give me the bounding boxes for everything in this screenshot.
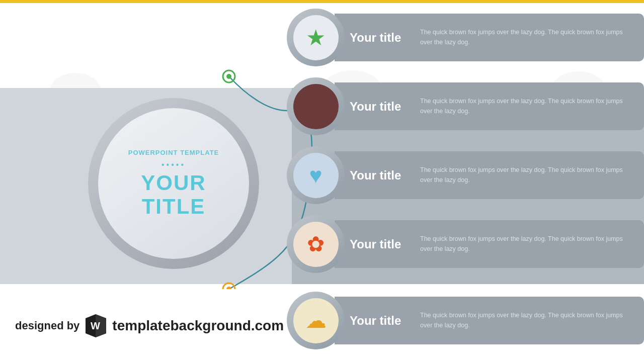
item-1-icon-shadow: ★	[287, 9, 345, 66]
item-2-icon-face	[293, 84, 339, 129]
main-circle-dots: •••••	[162, 160, 186, 169]
item-3-title: Your title	[350, 168, 413, 183]
slide: POWERPOINT TEMPLATE ••••• YOURTITLE	[0, 0, 644, 362]
footer-text: designed by W templatebackground.com	[15, 313, 284, 338]
item-5-icon-shadow: ☁	[287, 292, 345, 349]
item-1-title: Your title	[350, 31, 413, 45]
item-row-5: ☁ Your title The quick brown fox jumps o…	[287, 286, 644, 355]
item-4-title: Your title	[350, 237, 413, 251]
main-circle-outer: POWERPOINT TEMPLATE ••••• YOURTITLE	[88, 98, 259, 269]
designed-by-label: designed by	[15, 319, 79, 332]
item-2-desc: The quick brown fox jumps over the lazy …	[420, 97, 636, 116]
item-4-desc: The quick brown fox jumps over the lazy …	[420, 234, 636, 254]
item-1-icon-face: ★	[293, 15, 339, 60]
item-2-icon-shadow	[287, 77, 345, 135]
main-circle-inner: POWERPOINT TEMPLATE ••••• YOURTITLE	[98, 108, 249, 259]
item-row-4: ✿ Your title The quick brown fox jumps o…	[287, 210, 644, 279]
office-icon: W	[85, 313, 107, 338]
item-1-icon-wrap: ★	[287, 9, 345, 66]
svg-text:W: W	[91, 320, 100, 331]
item-5-text-panel: Your title The quick brown fox jumps ove…	[335, 297, 644, 344]
item-2-title: Your title	[350, 100, 413, 114]
item-5-icon-wrap: ☁	[287, 292, 345, 349]
top-border	[0, 0, 644, 3]
item-row-1: ★ Your title The quick brown fox jumps o…	[287, 3, 644, 72]
item-5-desc: The quick brown fox jumps over the lazy …	[420, 311, 636, 330]
main-circle-title: YOURTITLE	[141, 171, 206, 218]
item-2-text-panel: Your title The quick brown fox jumps ove…	[335, 82, 644, 130]
item-4-icon-shadow: ✿	[287, 215, 345, 273]
item-4-icon-wrap: ✿	[287, 215, 345, 273]
items-wrapper: ★ Your title The quick brown fox jumps o…	[287, 3, 644, 355]
item-3-desc: The quick brown fox jumps over the lazy …	[420, 165, 636, 185]
item-5-title: Your title	[350, 314, 413, 328]
item-3-icon-face: ♥	[293, 153, 339, 198]
main-circle-subtitle: POWERPOINT TEMPLATE	[128, 149, 219, 156]
item-3-icon-wrap: ♥	[287, 146, 345, 204]
brand-name: templatebackground.com	[112, 318, 284, 334]
item-5-icon-face: ☁	[293, 298, 339, 343]
item-row-2: Your title The quick brown fox jumps ove…	[287, 72, 644, 141]
item-4-text-panel: Your title The quick brown fox jumps ove…	[335, 220, 644, 268]
item-row-3: ♥ Your title The quick brown fox jumps o…	[287, 141, 644, 210]
item-1-text-panel: Your title The quick brown fox jumps ove…	[335, 14, 644, 61]
item-3-icon-shadow: ♥	[287, 146, 345, 204]
item-1-desc: The quick brown fox jumps over the lazy …	[420, 28, 636, 47]
item-4-icon-face: ✿	[293, 222, 339, 267]
item-2-icon-wrap	[287, 77, 345, 135]
item-3-text-panel: Your title The quick brown fox jumps ove…	[335, 151, 644, 199]
